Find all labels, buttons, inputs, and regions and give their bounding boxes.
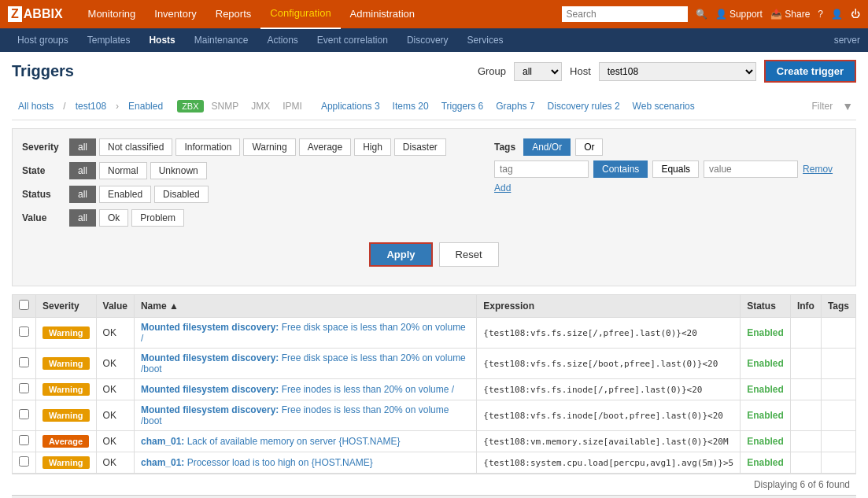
- row-expression-1: {test108:vfs.fs.size[/boot,pfree].last(0…: [477, 349, 741, 379]
- status-enabled-btn[interactable]: Enabled: [99, 186, 151, 203]
- nav-maintenance[interactable]: Maintenance: [185, 28, 258, 52]
- page-header-right: Group all Host test108 Create trigger: [478, 60, 856, 83]
- trigger-link-0[interactable]: Mounted filesystem discovery: Free disk …: [141, 322, 466, 344]
- status-text-1: Enabled: [747, 358, 784, 369]
- status-all-btn[interactable]: all: [69, 186, 96, 203]
- row-value-0: OK: [96, 318, 134, 349]
- severity-information-btn[interactable]: Information: [175, 138, 240, 156]
- trigger-link-2[interactable]: Mounted filesystem discovery: Free inode…: [141, 384, 454, 395]
- tags-header-row: Tags And/Or Or: [494, 138, 846, 156]
- scrollbar[interactable]: [12, 495, 856, 498]
- nav-hosts[interactable]: Hosts: [139, 28, 184, 52]
- table-row: Warning OK cham_01: Processor load is to…: [13, 452, 856, 474]
- tags-or-btn[interactable]: Or: [575, 138, 603, 156]
- nav-inventory[interactable]: Inventory: [145, 0, 205, 28]
- nav-configuration[interactable]: Configuration: [260, 0, 340, 29]
- header-name[interactable]: Name ▲: [134, 295, 476, 318]
- severity-label: Severity: [22, 142, 69, 153]
- nav-templates[interactable]: Templates: [78, 28, 140, 52]
- state-filter-row: State all Normal Unknown: [22, 162, 478, 179]
- tag-contains-btn[interactable]: Contains: [593, 160, 648, 178]
- support-link[interactable]: 👤 Support: [715, 9, 763, 20]
- tag-add-link[interactable]: Add: [494, 183, 511, 194]
- trigger-link-3[interactable]: Mounted filesystem discovery: Free inode…: [141, 404, 449, 426]
- row-select-1[interactable]: [19, 357, 29, 367]
- create-trigger-button[interactable]: Create trigger: [764, 60, 856, 83]
- tab-applications[interactable]: Applications 3: [315, 98, 386, 115]
- tab-triggers[interactable]: Triggers 6: [435, 98, 490, 115]
- value-all-btn[interactable]: all: [69, 209, 96, 227]
- severity-warning-btn[interactable]: Warning: [243, 138, 295, 156]
- status-disabled-btn[interactable]: Disabled: [154, 186, 209, 203]
- reset-button[interactable]: Reset: [439, 242, 499, 267]
- tags-andor-btn[interactable]: And/Or: [523, 138, 571, 156]
- state-all-btn[interactable]: all: [69, 162, 96, 179]
- row-info-1: [790, 349, 821, 379]
- severity-all-btn[interactable]: all: [69, 138, 96, 156]
- nav-services[interactable]: Services: [458, 28, 513, 52]
- apply-button[interactable]: Apply: [369, 242, 432, 267]
- nav-host-groups[interactable]: Host groups: [8, 28, 78, 52]
- row-name-3: Mounted filesystem discovery: Free inode…: [134, 400, 476, 431]
- nav-event-correlation[interactable]: Event correlation: [308, 28, 397, 52]
- group-select[interactable]: all: [514, 62, 562, 81]
- filter-toggle[interactable]: Filter ▼: [808, 97, 856, 116]
- host-select[interactable]: test108: [599, 62, 756, 81]
- row-select-4[interactable]: [19, 435, 29, 445]
- select-all-checkbox[interactable]: [19, 300, 29, 310]
- trigger-link-4[interactable]: cham_01: Lack of available memory on ser…: [141, 436, 400, 447]
- row-select-2[interactable]: [19, 383, 29, 393]
- nav-discovery[interactable]: Discovery: [397, 28, 458, 52]
- tab-all-hosts[interactable]: All hosts: [12, 98, 60, 115]
- row-severity-4: Average: [36, 431, 97, 452]
- tab-web-scenarios[interactable]: Web scenarios: [626, 98, 701, 115]
- state-unknown-btn[interactable]: Unknown: [150, 162, 207, 179]
- row-select-3[interactable]: [19, 409, 29, 419]
- tab-test108[interactable]: test108: [69, 98, 113, 115]
- search-input[interactable]: [562, 6, 688, 22]
- severity-high-btn[interactable]: High: [354, 138, 391, 156]
- tab-zbx[interactable]: ZBX: [177, 100, 203, 113]
- table-body: Warning OK Mounted filesystem discovery:…: [13, 318, 856, 474]
- nav-monitoring[interactable]: Monitoring: [79, 0, 146, 28]
- row-select-0[interactable]: [19, 326, 29, 337]
- tag-value-input[interactable]: [704, 160, 798, 178]
- row-select-5[interactable]: [19, 456, 29, 467]
- row-value-4: OK: [96, 431, 134, 452]
- tab-jmx[interactable]: JMX: [245, 98, 276, 115]
- search-icon[interactable]: 🔍: [696, 9, 707, 20]
- help-icon[interactable]: ?: [818, 9, 823, 20]
- trigger-prefix-1: Mounted filesystem discovery:: [141, 352, 279, 363]
- tag-equals-btn[interactable]: Equals: [652, 160, 699, 178]
- power-icon[interactable]: ⏻: [851, 9, 860, 20]
- tab-ipmi[interactable]: IPMI: [276, 98, 308, 115]
- trigger-link-1[interactable]: Mounted filesystem discovery: Free disk …: [141, 352, 466, 374]
- table-footer: Displaying 6 of 6 found: [12, 474, 856, 495]
- trigger-link-5[interactable]: cham_01: Processor load is too high on {…: [141, 457, 373, 468]
- tab-enabled[interactable]: Enabled: [122, 98, 169, 115]
- value-ok-btn[interactable]: Ok: [99, 209, 128, 227]
- top-navigation: Z ABBIX Monitoring Inventory Reports Con…: [0, 0, 868, 28]
- severity-not-classified-btn[interactable]: Not classified: [99, 138, 172, 156]
- state-normal-btn[interactable]: Normal: [99, 162, 147, 179]
- value-problem-btn[interactable]: Problem: [131, 209, 184, 227]
- tags-add-row: Add: [494, 183, 846, 194]
- tab-items[interactable]: Items 20: [386, 98, 435, 115]
- row-status-1: Enabled: [741, 349, 791, 379]
- nav-administration[interactable]: Administration: [341, 0, 424, 28]
- share-link[interactable]: 📤 Share: [770, 9, 810, 20]
- row-name-0: Mounted filesystem discovery: Free disk …: [134, 318, 476, 349]
- tab-graphs[interactable]: Graphs 7: [489, 98, 541, 115]
- tag-input[interactable]: [494, 160, 589, 178]
- severity-average-btn[interactable]: Average: [299, 138, 351, 156]
- tab-discovery-rules[interactable]: Discovery rules 2: [541, 98, 626, 115]
- row-info-2: [790, 379, 821, 400]
- severity-disaster-btn[interactable]: Disaster: [394, 138, 446, 156]
- row-value-2: OK: [96, 379, 134, 400]
- nav-reports[interactable]: Reports: [206, 0, 261, 28]
- nav-actions[interactable]: Actions: [257, 28, 307, 52]
- user-icon[interactable]: 👤: [831, 9, 843, 20]
- group-label: Group: [478, 65, 506, 77]
- tag-remove-link[interactable]: Remov: [803, 164, 833, 175]
- tab-snmp[interactable]: SNMP: [205, 98, 246, 115]
